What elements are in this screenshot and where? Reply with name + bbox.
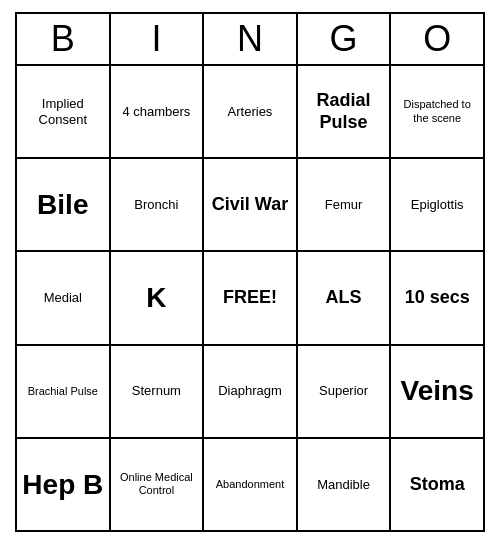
bingo-cell: Superior <box>298 346 392 437</box>
bingo-cell: Arteries <box>204 66 298 157</box>
bingo-cell: Femur <box>298 159 392 250</box>
bingo-card: BINGO Implied Consent4 chambersArteriesR… <box>15 12 485 532</box>
bingo-cell: 4 chambers <box>111 66 205 157</box>
bingo-cell: Sternum <box>111 346 205 437</box>
bingo-grid: Implied Consent4 chambersArteriesRadial … <box>17 66 483 530</box>
bingo-cell: Civil War <box>204 159 298 250</box>
header-letter: N <box>204 14 298 64</box>
bingo-cell: Hep B <box>17 439 111 530</box>
bingo-row: Implied Consent4 chambersArteriesRadial … <box>17 66 483 159</box>
bingo-cell: Medial <box>17 252 111 343</box>
bingo-cell: Stoma <box>391 439 483 530</box>
bingo-row: Hep BOnline Medical ControlAbandonmentMa… <box>17 439 483 530</box>
bingo-header: BINGO <box>17 14 483 66</box>
bingo-cell: Implied Consent <box>17 66 111 157</box>
bingo-cell: Mandible <box>298 439 392 530</box>
bingo-cell: Bile <box>17 159 111 250</box>
bingo-row: Brachial PulseSternumDiaphragmSuperiorVe… <box>17 346 483 439</box>
bingo-cell: ALS <box>298 252 392 343</box>
header-letter: I <box>111 14 205 64</box>
bingo-cell: Veins <box>391 346 483 437</box>
bingo-cell: 10 secs <box>391 252 483 343</box>
bingo-cell: Dispatched to the scene <box>391 66 483 157</box>
bingo-row: BileBronchiCivil WarFemurEpiglottis <box>17 159 483 252</box>
bingo-cell: Online Medical Control <box>111 439 205 530</box>
header-letter: O <box>391 14 483 64</box>
bingo-cell: Epiglottis <box>391 159 483 250</box>
header-letter: G <box>298 14 392 64</box>
bingo-row: MedialKFREE!ALS10 secs <box>17 252 483 345</box>
header-letter: B <box>17 14 111 64</box>
bingo-cell: Bronchi <box>111 159 205 250</box>
bingo-cell: K <box>111 252 205 343</box>
bingo-cell: FREE! <box>204 252 298 343</box>
bingo-cell: Brachial Pulse <box>17 346 111 437</box>
bingo-cell: Abandonment <box>204 439 298 530</box>
bingo-cell: Radial Pulse <box>298 66 392 157</box>
bingo-cell: Diaphragm <box>204 346 298 437</box>
